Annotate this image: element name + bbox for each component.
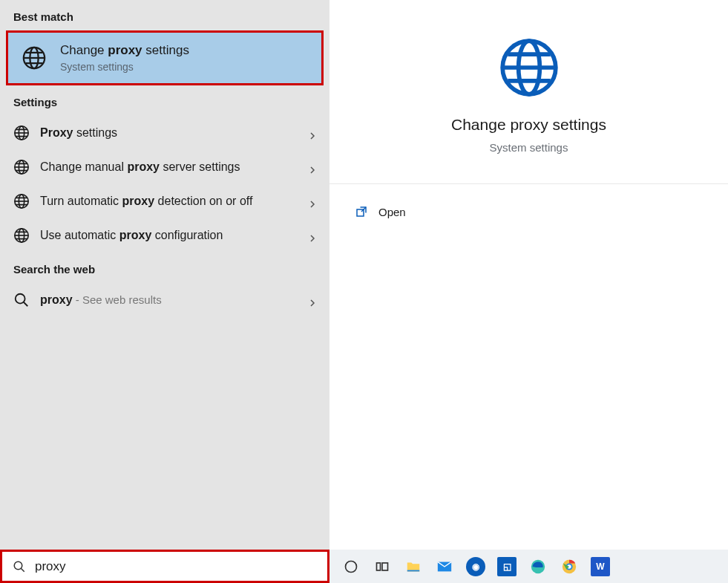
settings-item-auto-config[interactable]: Use automatic proxy configuration	[0, 218, 329, 253]
taskbar-search-box[interactable]	[0, 550, 329, 583]
settings-item-manual-proxy[interactable]: Change manual proxy server settings	[0, 150, 329, 184]
chevron-right-icon	[309, 198, 316, 205]
svg-point-23	[346, 561, 357, 572]
search-icon	[13, 292, 30, 308]
chevron-right-icon	[309, 296, 316, 304]
preview-panel: Change proxy settings System settings Op…	[329, 0, 728, 550]
globe-icon	[13, 193, 30, 209]
search-input[interactable]	[35, 559, 317, 574]
chevron-right-icon	[309, 129, 316, 137]
edge-icon[interactable]	[527, 556, 549, 578]
preview-subtitle: System settings	[490, 141, 568, 154]
settings-item-proxy-settings[interactable]: Proxy settings	[0, 116, 329, 150]
settings-header: Settings	[0, 85, 329, 116]
chevron-right-icon	[309, 232, 316, 239]
svg-point-21	[14, 561, 22, 570]
open-action[interactable]: Open	[355, 201, 703, 223]
globe-icon	[497, 36, 561, 100]
word-icon[interactable]: W	[589, 556, 611, 578]
preview-title: Change proxy settings	[451, 116, 606, 134]
settings-item-auto-detect[interactable]: Turn automatic proxy detection on or off	[0, 184, 329, 218]
globe-icon	[13, 159, 30, 175]
taskbar: ◉ ◱ W	[0, 550, 728, 583]
app-icon-dell[interactable]: ◉	[465, 556, 487, 578]
chevron-right-icon	[309, 163, 316, 171]
svg-rect-24	[377, 563, 381, 570]
search-results-panel: Best match Change proxy settings System …	[0, 0, 329, 550]
svg-line-22	[21, 568, 24, 572]
svg-line-16	[24, 302, 28, 307]
web-result-item[interactable]: proxy - See web results	[0, 283, 329, 317]
open-icon	[355, 205, 368, 218]
chrome-icon[interactable]	[558, 556, 580, 578]
mail-icon[interactable]	[433, 556, 456, 578]
globe-icon	[13, 125, 30, 141]
open-label: Open	[378, 206, 406, 218]
file-explorer-icon[interactable]	[402, 556, 424, 578]
globe-icon	[13, 227, 30, 244]
svg-point-15	[16, 294, 25, 304]
svg-rect-25	[382, 563, 388, 570]
cortana-icon[interactable]	[340, 556, 362, 578]
search-icon	[13, 560, 26, 573]
best-match-header: Best match	[0, 0, 329, 30]
app-icon-blue[interactable]: ◱	[496, 556, 518, 578]
best-match-item[interactable]: Change proxy settings System settings	[6, 30, 324, 85]
task-view-icon[interactable]	[371, 556, 393, 578]
best-match-text: Change proxy settings System settings	[60, 43, 189, 73]
search-web-header: Search the web	[0, 253, 329, 283]
globe-icon	[22, 45, 47, 71]
